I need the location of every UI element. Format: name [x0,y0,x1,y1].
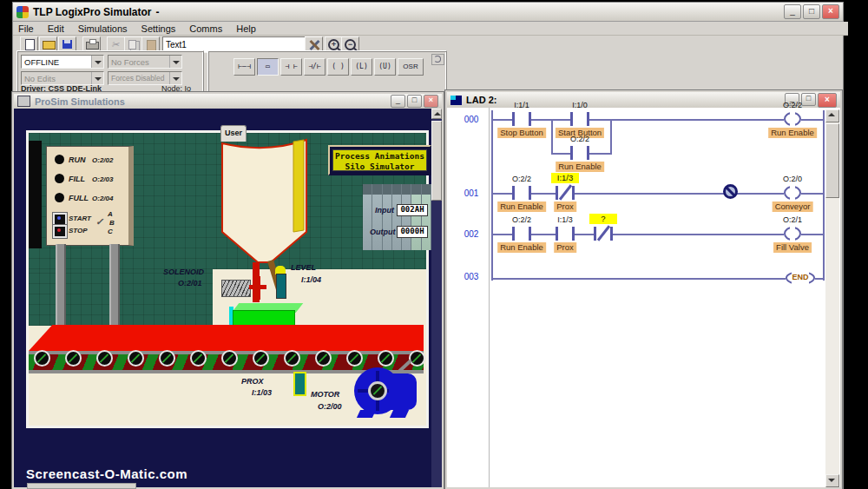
menu-edit[interactable]: Edit [48,23,64,34]
forces-select[interactable]: No Forces [108,55,182,69]
dropdown-arrow-icon[interactable] [91,56,103,68]
start-button-sim[interactable] [53,213,67,226]
dropdown-arrow-icon[interactable] [169,56,181,68]
contact-address[interactable]: O:2/2 [512,175,531,183]
coil-label[interactable]: Fill Valve [773,242,812,253]
otu-instruction-button[interactable]: (U) [374,58,396,76]
xio-contact[interactable] [556,185,575,201]
plc-input-label: Input [375,206,394,215]
branch-instruction-button[interactable]: ▭ [257,58,279,76]
conveyor-roller [159,350,175,367]
edit-tools-button[interactable] [305,36,323,51]
ote-instruction-button[interactable]: ( ) [327,58,349,76]
end-coil[interactable]: END [786,271,815,285]
new-button[interactable] [20,36,38,51]
otl-instruction-button[interactable]: (L) [351,58,372,76]
contact-address-highlighted[interactable]: ? [589,214,617,224]
conveyor-roller [409,350,425,367]
rung-wire [491,193,825,195]
prosim-minimize-button[interactable]: _ [391,95,405,108]
scroll-up-icon[interactable] [825,109,839,122]
menu-file[interactable]: File [18,23,34,34]
stop-button-sim[interactable] [53,225,67,238]
ladder-editor[interactable] [447,108,840,487]
xic-contact[interactable] [570,111,589,127]
contact-address[interactable]: I:1/3 [557,215,573,224]
prosim-close-button[interactable]: × [424,95,438,108]
xio-contact[interactable] [594,226,613,241]
contact-address[interactable]: I:1/0 [572,101,588,109]
coil-label[interactable]: Run Enable [768,128,817,138]
minimize-button[interactable]: _ [784,4,801,19]
cut-button[interactable]: ✂ [107,36,125,51]
zoom-out-button[interactable]: − [341,36,359,51]
refresh-icon[interactable] [431,54,444,65]
lad-maximize-button[interactable]: □ [801,93,816,106]
osr-instruction-button[interactable]: OSR [398,58,424,76]
xic-instruction-button[interactable]: ⊣ ⊢ [280,58,302,76]
xic-contact[interactable] [512,185,531,201]
rung-number: 003 [458,272,484,281]
open-button[interactable] [39,36,57,51]
xic-contact[interactable] [570,145,589,161]
contact-label[interactable]: Prox [554,242,576,253]
contact-label[interactable]: Prox [554,202,576,212]
print-button[interactable] [82,36,101,51]
scroll-down-icon[interactable] [825,474,839,487]
gutter-divider [489,108,490,487]
instruction-panel: ⊢–⊣ ▭ ⊣ ⊢ ⊣/⊢ ( ) (L) (U) OSR User Bit T… [207,50,447,93]
prosim-maximize-button[interactable]: □ [407,95,422,108]
copy-button[interactable] [124,36,142,51]
xic-contact[interactable] [556,226,575,241]
zoom-in-button[interactable]: + [325,36,343,51]
coil-address[interactable]: O:2/2 [783,101,802,109]
xic-contact[interactable] [512,226,531,241]
edits-select[interactable]: No Edits [21,71,104,85]
prosim-scroll-thumb[interactable] [431,121,442,201]
close-button[interactable]: × [822,4,839,19]
save-button[interactable] [58,36,76,51]
lad-scroll-thumb[interactable] [825,123,839,198]
selector-a-label[interactable]: A [108,210,113,218]
contact-label[interactable]: Run Enable [556,162,604,172]
motor-label: MOTOR [311,390,339,399]
xio-instruction-button[interactable]: ⊣/⊢ [304,58,326,76]
contact-address[interactable]: I:1/1 [514,101,529,109]
menu-settings[interactable]: Settings [141,23,176,34]
output-coil[interactable] [784,227,801,241]
contact-label[interactable]: Stop Button [497,128,546,138]
coil-address[interactable]: O:2/1 [783,215,802,224]
coil-address[interactable]: O:2/0 [783,175,802,183]
tab-user[interactable]: User [220,125,247,142]
contact-address[interactable]: O:2/2 [570,135,589,143]
no-drop-cursor-icon [723,184,738,199]
forces-state-select[interactable]: Forces Disabled [108,71,182,85]
prosim-scrollbar[interactable] [431,109,442,487]
scroll-up-icon[interactable] [431,109,442,119]
paste-button[interactable] [141,36,160,51]
output-coil[interactable] [784,186,801,200]
lad-close-button[interactable]: × [818,93,837,108]
menu-help[interactable]: Help [236,23,256,34]
solenoid-label: SOLENOID [163,268,204,276]
conveyor-roller [65,350,82,367]
menu-comms[interactable]: Comms [189,23,222,34]
contact-label[interactable]: Run Enable [497,202,546,212]
contact-address[interactable]: O:2/2 [512,215,531,224]
dropdown-arrow-icon[interactable] [91,72,103,84]
coil-label[interactable]: Conveyor [773,202,813,212]
selector-c-label[interactable]: C [108,228,113,235]
menu-simulations[interactable]: Simulations [78,23,128,34]
dropdown-arrow-icon[interactable] [169,72,181,84]
xic-contact[interactable] [512,111,531,127]
rung-instruction-button[interactable]: ⊢–⊣ [233,58,255,76]
selector-b-label[interactable]: B [109,219,115,227]
process-animations-banner: Process Animations Silo Simulator [328,145,431,175]
mode-select[interactable]: OFFLINE [21,55,104,69]
branch-leg [551,119,553,155]
output-coil[interactable] [784,112,801,126]
restore-button[interactable]: □ [803,4,820,19]
contact-address-highlighted[interactable]: I:1/3 [551,173,579,183]
selector-check-icon[interactable]: ✓ [95,216,103,228]
contact-label[interactable]: Run Enable [497,242,546,253]
